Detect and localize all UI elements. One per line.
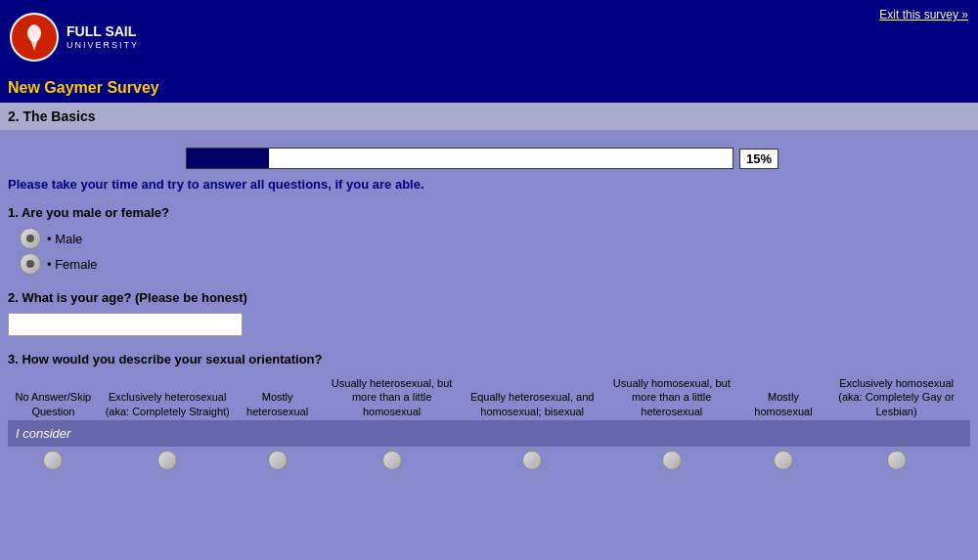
progress-label: 15% <box>739 149 778 169</box>
radio-female-button[interactable] <box>20 253 41 275</box>
radio-female[interactable]: • Female <box>20 253 970 275</box>
logo-area: FULL SAIL UNIVERSITY <box>0 8 149 66</box>
orient-radio-cell-0[interactable] <box>8 447 99 476</box>
orient-radio-cell-7[interactable] <box>822 447 970 476</box>
radio-female-label: • Female <box>47 257 98 272</box>
orient-radio-cell-3[interactable] <box>319 447 466 476</box>
orient-radio-cell-4[interactable] <box>466 447 600 476</box>
instruction-text: Please take your time and try to answer … <box>8 177 970 192</box>
orientation-table: No Answer/Skip Question Exclusively hete… <box>8 374 970 476</box>
radio-male-label: • Male <box>47 232 82 246</box>
col-header-5: Usually homosexual, but more than a litt… <box>600 374 744 420</box>
radio-female-inner <box>26 260 34 268</box>
orientation-row: I consider <box>8 420 970 447</box>
logo-icon <box>10 13 59 62</box>
orient-radio-cell-5[interactable] <box>600 447 744 476</box>
radio-male-inner <box>26 235 34 242</box>
section-header: 2. The Basics <box>0 103 978 130</box>
logo-name: FULL SAIL <box>67 22 139 40</box>
progress-bar-fill <box>187 149 269 168</box>
content-area: 15% Please take your time and try to ans… <box>0 130 978 501</box>
survey-title: New Gaymer Survey <box>8 79 159 96</box>
col-header-0: No Answer/Skip Question <box>8 374 99 420</box>
question-1: 1. Are you male or female? • Male • Fema… <box>8 205 970 275</box>
question-1-label: 1. Are you male or female? <box>8 205 970 220</box>
consider-label: I consider <box>8 420 970 447</box>
radio-male[interactable]: • Male <box>20 228 970 249</box>
orient-radio-cell-6[interactable] <box>744 447 822 476</box>
col-header-7: Exclusively homosexual (aka: Completely … <box>822 374 970 420</box>
orient-radio-1[interactable] <box>157 451 177 470</box>
exit-survey-link[interactable]: Exit this survey » <box>869 0 978 26</box>
col-header-1: Exclusively heterosexual (aka: Completel… <box>99 374 237 420</box>
section-label: 2. The Basics <box>8 108 96 124</box>
orient-radio-2[interactable] <box>268 451 288 470</box>
col-header-2: Mostly heterosexual <box>237 374 319 420</box>
question-3-label: 3. How would you describe your sexual or… <box>8 352 970 366</box>
orient-radio-0[interactable] <box>43 451 63 470</box>
orient-radio-7[interactable] <box>887 451 907 470</box>
progress-bar-outer <box>186 148 734 169</box>
orient-radio-4[interactable] <box>522 451 542 470</box>
orientation-radio-row <box>8 447 970 476</box>
orient-radio-cell-2[interactable] <box>237 447 319 476</box>
question-3: 3. How would you describe your sexual or… <box>8 352 970 476</box>
age-input[interactable] <box>8 313 243 336</box>
col-header-6: Mostly homosexual <box>744 374 822 420</box>
orient-radio-5[interactable] <box>662 451 682 470</box>
radio-male-button[interactable] <box>20 228 41 249</box>
orient-radio-cell-1[interactable] <box>99 447 237 476</box>
col-header-4: Equally heterosexual, and homosexual; bi… <box>466 374 600 420</box>
logo-subtext: UNIVERSITY <box>67 40 139 52</box>
logo-text: FULL SAIL UNIVERSITY <box>67 22 139 52</box>
orient-radio-6[interactable] <box>774 451 793 470</box>
orient-radio-3[interactable] <box>382 451 402 470</box>
col-header-3: Usually heterosexual, but more than a li… <box>319 374 466 420</box>
question-2-label: 2. What is your age? (Please be honest) <box>8 290 970 305</box>
progress-bar-container: 15% <box>186 148 792 169</box>
header: FULL SAIL UNIVERSITY Exit this survey » <box>0 0 978 73</box>
survey-title-bar: New Gaymer Survey <box>0 73 978 103</box>
question-2: 2. What is your age? (Please be honest) <box>8 290 970 336</box>
